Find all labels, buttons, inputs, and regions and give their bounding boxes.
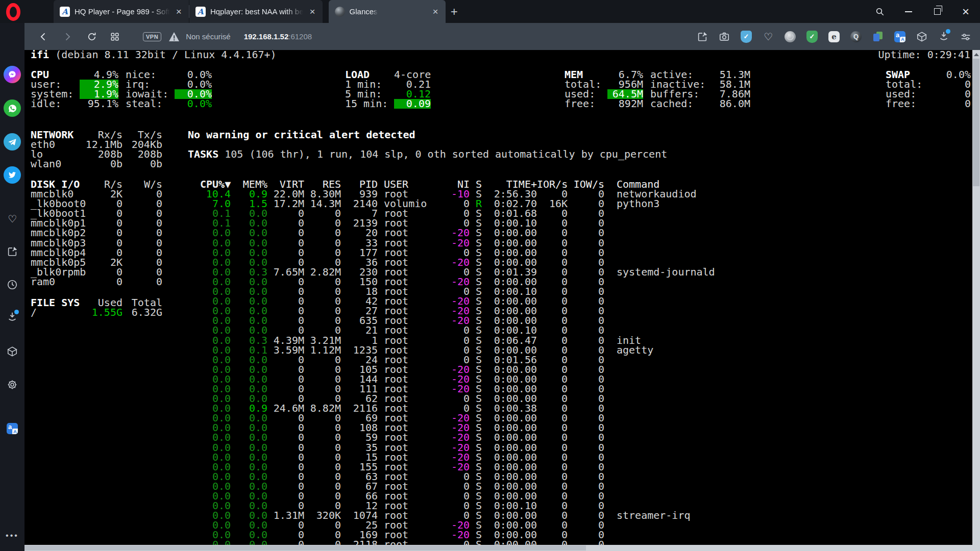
item-value: 6.32G (122, 308, 162, 317)
tasks-label: TASKS (188, 148, 218, 160)
tasks-text: 105 (106 thr), 1 run, 104 slp, 0 oth sor… (218, 148, 667, 160)
stat-value: 86.0M (699, 99, 750, 109)
stat-label: free: (886, 99, 935, 109)
sidebar-pin-board-icon[interactable] (0, 243, 24, 260)
sidebar-telegram-icon[interactable] (0, 133, 24, 151)
process-table: CPU%▼MEM%VIRTRESPIDUSERNISTIME+IOR/sIOW/… (200, 180, 715, 551)
glances-favicon-icon (335, 7, 345, 17)
system-header: ifi (debian 8.11 32bit / Linux 4.4.167+) (31, 50, 277, 60)
maximize-button[interactable] (923, 0, 951, 23)
back-button[interactable] (36, 29, 51, 44)
horizontal-scroll-thumb[interactable] (24, 545, 586, 550)
stat-value: 892M (607, 99, 643, 109)
close-tab-icon[interactable]: × (307, 7, 317, 16)
glances-page: ifi (debian 8.11 32bit / Linux 4.4.167+)… (24, 50, 972, 551)
opera-logo-icon (6, 3, 20, 21)
stat-label: free: (565, 99, 607, 109)
sidebar-downloads-icon[interactable] (0, 309, 24, 326)
opera-sidebar: ♡aA••• (0, 23, 24, 551)
toolbar-snapshot-camera-icon[interactable] (718, 30, 731, 43)
filesystem-panel: FILE SYSUsedTotal/1.55G6.32G (31, 298, 162, 317)
security-label[interactable]: Non sécurisé (186, 32, 231, 41)
vpn-badge[interactable]: VPN (143, 32, 161, 41)
toolbar-settings-sliders-icon[interactable] (959, 30, 972, 43)
close-window-button[interactable]: × (951, 0, 980, 23)
terminal-row: wlan00b0b (31, 159, 162, 169)
minimize-button[interactable] (894, 0, 923, 23)
item-value: 1.55G (80, 308, 122, 317)
terminal-row: /1.55G6.32G (31, 308, 162, 317)
terminal-row: ram000 (31, 277, 162, 287)
vertical-scroll-thumb[interactable] (973, 59, 979, 186)
reload-button[interactable] (84, 29, 100, 44)
command: python3 (604, 199, 659, 209)
stat-label: steal: (126, 99, 175, 109)
command: streamer-irq (604, 511, 691, 520)
tab-bar: A HQ Player - Page 989 - Soft × A Hqplay… (0, 0, 980, 23)
sidebar-extensions-cube-icon[interactable] (0, 343, 24, 360)
toolbar-evernote-icon[interactable]: e (827, 30, 841, 43)
search-icon[interactable] (866, 0, 894, 23)
sidebar-twitter-icon[interactable] (0, 166, 24, 184)
panel-title: FILE SYS (31, 298, 80, 308)
forward-button[interactable] (60, 29, 75, 44)
url-field[interactable]: 192.168.1.52:61208 (244, 32, 312, 41)
terminal-row: free:892Mcached:86.0M (565, 99, 750, 109)
terminal-row: 15 min:0.09 (345, 99, 431, 109)
load-panel: LOAD4-core1 min:0.215 min:0.1215 min:0.0… (345, 70, 431, 109)
stat-label: 15 min: (345, 99, 394, 109)
sidebar-translate-icon[interactable]: aA (0, 420, 24, 437)
close-tab-icon[interactable]: × (174, 7, 184, 16)
process-row: 0.00.00033root-20S0:00.0000 (200, 238, 715, 248)
tab-hqplayer-forum[interactable]: A HQ Player - Page 989 - Soft × (54, 0, 189, 23)
process-row: 0.10.0007root0S0:01.6800 (200, 209, 715, 218)
stat-label: idle: (31, 99, 80, 109)
maximize-icon (934, 8, 941, 15)
scroll-up-icon[interactable] (974, 53, 979, 56)
toolbar-heart-icon[interactable]: ♡ (762, 30, 775, 43)
tab-glances[interactable]: Glances × (329, 0, 446, 23)
mem-panel: MEM6.7%active:51.3Mtotal:956Minactive:58… (565, 70, 750, 109)
sidebar-more-dots-icon[interactable]: ••• (0, 527, 24, 544)
item-value: 0 (80, 277, 122, 287)
alert-message: No warning or critical alert detected (188, 130, 415, 140)
tasks-summary: TASKS 105 (106 thr), 1 run, 104 slp, 0 o… (188, 149, 667, 159)
toolbar-cashback-coin-icon[interactable] (783, 30, 797, 43)
item-name: / (31, 308, 80, 317)
network-panel: NETWORKRx/sTx/seth012.1Mb204Kblo208b208b… (31, 130, 162, 169)
sidebar-messenger-icon[interactable] (0, 66, 24, 83)
tab-hqplayer-naa[interactable]: A Hqplayer: best NAA with be × (189, 0, 323, 23)
process-row: 0.00.000111root-20S0:00.0000 (200, 384, 715, 394)
sidebar-settings-gear-icon[interactable] (0, 376, 24, 393)
toolbar-pin-board-icon[interactable] (696, 30, 709, 43)
warning-icon[interactable] (166, 29, 182, 44)
horizontal-scrollbar[interactable] (24, 545, 972, 551)
toolbar-translate-icon[interactable]: aA (893, 30, 906, 43)
toolbar-adblock-shield-icon[interactable]: ✓ (740, 30, 753, 43)
toolbar-antivirus-shield-icon[interactable]: ✓ (805, 30, 819, 43)
sidebar-whatsapp-icon[interactable] (0, 99, 24, 117)
url-host: 192.168.1.52 (244, 32, 289, 41)
speed-dial-grid-icon[interactable] (107, 29, 122, 44)
sidebar-history-clock-icon[interactable] (0, 276, 24, 293)
sidebar-heart-icon[interactable]: ♡ (0, 210, 24, 228)
command: agetty (604, 345, 653, 355)
uptime: Uptime: 0:29:41 (878, 50, 970, 60)
tab-title: Hqplayer: best NAA with be (210, 7, 304, 16)
item-value: 0b (80, 159, 122, 169)
stat-value: 0.09 (394, 99, 431, 109)
toolbar-session-globe-icon[interactable]: Q (849, 30, 863, 43)
opera-menu-button[interactable] (4, 2, 23, 22)
url-port: :61208 (288, 32, 312, 41)
new-tab-button[interactable]: + (446, 0, 463, 23)
close-tab-icon[interactable]: × (431, 7, 440, 16)
os-info: (debian 8.11 32bit / Linux 4.4.167+) (49, 50, 277, 61)
toolbar-downloads-icon[interactable] (937, 30, 950, 43)
toolbar-extensions-cube-icon[interactable] (915, 30, 928, 43)
item-value: 0b (122, 159, 162, 169)
vertical-scrollbar[interactable] (972, 50, 980, 551)
uptime-value: 0:29:41 (927, 50, 970, 61)
item-name: wlan0 (31, 159, 80, 169)
toolbar-documents-icon[interactable] (871, 30, 885, 43)
stat-value: 95.1% (80, 99, 118, 109)
